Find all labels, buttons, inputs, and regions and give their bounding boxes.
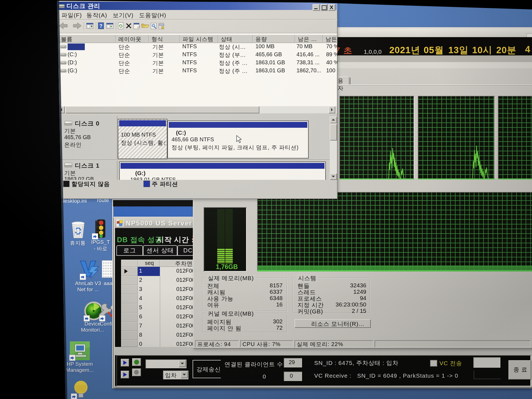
svg-text:?: ?: [99, 23, 103, 29]
